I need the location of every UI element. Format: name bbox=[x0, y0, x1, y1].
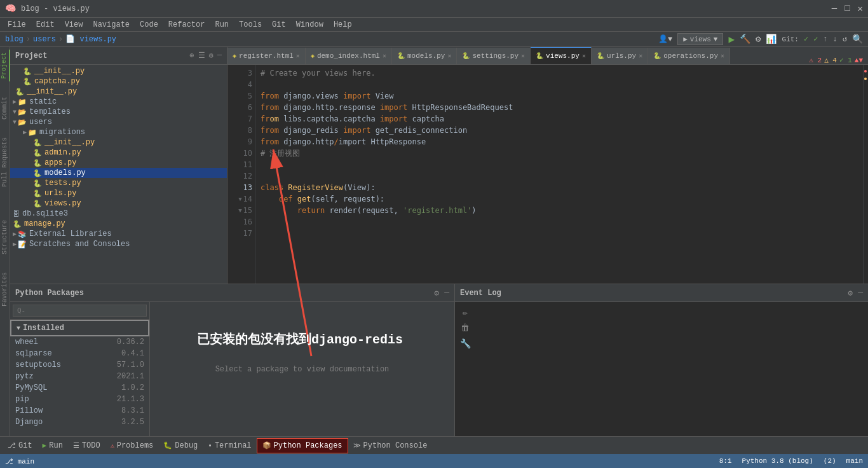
pkg-setuptools[interactable]: setuptools 57.1.0 bbox=[10, 359, 149, 371]
favorites-vtab[interactable]: Favorites bbox=[0, 270, 10, 309]
tab-close[interactable]: ✕ bbox=[721, 52, 724, 60]
tree-item-templates[interactable]: ▼ 📂 templates bbox=[10, 107, 227, 117]
coverage-btn[interactable]: 📊 bbox=[766, 34, 776, 45]
el-edit-icon[interactable]: ✏ bbox=[463, 307, 468, 318]
tab-models[interactable]: 🐍 models.py ✕ bbox=[392, 48, 457, 64]
pp-minimize-icon[interactable]: — bbox=[444, 288, 449, 298]
pkg-wheel[interactable]: wheel 0.36.2 bbox=[10, 336, 149, 348]
tree-item-migrations[interactable]: ▶ 📁 migrations bbox=[10, 127, 227, 137]
tree-item-init3[interactable]: 🐍 __init__.py bbox=[10, 137, 227, 148]
tree-item-ext-libs[interactable]: ▶ 📚 External Libraries bbox=[10, 229, 227, 239]
tree-item-static[interactable]: ▶ 📁 static bbox=[10, 97, 227, 107]
menu-git[interactable]: Git bbox=[267, 20, 291, 29]
pkg-pip[interactable]: pip 21.1.3 bbox=[10, 394, 149, 405]
tree-item-admin[interactable]: 🐍 admin.py bbox=[10, 148, 227, 158]
pp-title: Python Packages bbox=[15, 289, 84, 298]
git-check1[interactable]: ✓ bbox=[804, 34, 808, 44]
pp-settings-icon[interactable]: ⚙ bbox=[434, 288, 439, 298]
tab-settings[interactable]: 🐍 settings.py ✕ bbox=[457, 48, 531, 64]
sidebar-settings-icon[interactable]: ⚙ bbox=[209, 51, 214, 60]
menu-view[interactable]: View bbox=[60, 20, 88, 29]
tab-close[interactable]: ✕ bbox=[639, 52, 642, 60]
minimize-btn[interactable]: — bbox=[832, 3, 837, 14]
menu-refactor[interactable]: Refactor bbox=[163, 20, 210, 29]
breadcrumb-users[interactable]: users bbox=[33, 35, 56, 44]
code-content[interactable]: # Create your views here. from django.vi… bbox=[255, 65, 863, 284]
tab-views[interactable]: 🐍 views.py ✕ bbox=[531, 47, 592, 64]
tab-operations[interactable]: 🐍 operations.py ✕ bbox=[648, 48, 730, 64]
pkg-sqlparse[interactable]: sqlparse 0.4.1 bbox=[10, 348, 149, 359]
pp-installed-header[interactable]: ▼ Installed bbox=[10, 320, 149, 336]
run-btn[interactable]: ▶ bbox=[728, 33, 735, 46]
sidebar-close-icon[interactable]: — bbox=[217, 51, 222, 60]
structure-vtab[interactable]: Structure bbox=[0, 217, 10, 257]
el-wrench-icon[interactable]: 🔧 bbox=[460, 338, 471, 349]
tree-item-urls[interactable]: 🐍 urls.py bbox=[10, 188, 227, 198]
close-btn[interactable]: ✕ bbox=[858, 3, 863, 14]
pkg-pymysql[interactable]: PyMySQL 1.0.2 bbox=[10, 382, 149, 394]
btab-terminal[interactable]: ▪ Terminal bbox=[203, 439, 256, 453]
sidebar-expand-icon[interactable]: ☰ bbox=[198, 51, 205, 60]
debug-run-btn[interactable]: ⚙ bbox=[756, 34, 761, 45]
tree-item-init1[interactable]: 🐍 __init__.py bbox=[10, 66, 227, 76]
btab-todo[interactable]: ☰ TODO bbox=[68, 439, 105, 453]
tab-demo-index[interactable]: ◈ demo_index.html ✕ bbox=[306, 48, 392, 64]
tab-close[interactable]: ✕ bbox=[296, 52, 300, 60]
el-minimize-icon[interactable]: — bbox=[858, 288, 863, 298]
tree-item-manage[interactable]: 🐍 manage.py bbox=[10, 219, 227, 229]
tree-item-views[interactable]: 🐍 views.py bbox=[10, 198, 227, 209]
python-packages-panel: Python Packages ⚙ — ▼ Installed bbox=[10, 284, 455, 436]
menu-edit[interactable]: Edit bbox=[31, 20, 60, 29]
menu-help[interactable]: Help bbox=[329, 20, 357, 29]
tree-item-models[interactable]: 🐍 models.py bbox=[10, 168, 227, 178]
menu-code[interactable]: Code bbox=[135, 20, 163, 29]
menu-run[interactable]: Run bbox=[210, 20, 234, 29]
tree-item-tests[interactable]: 🐍 tests.py bbox=[10, 178, 227, 188]
project-vtab[interactable]: Project bbox=[0, 50, 10, 81]
el-settings-icon[interactable]: ⚙ bbox=[848, 288, 853, 298]
search-btn[interactable]: 🔍 bbox=[852, 34, 863, 45]
pkg-django[interactable]: Django 3.2.5 bbox=[10, 416, 149, 428]
git-refresh[interactable]: ↺ bbox=[843, 34, 847, 44]
git-down[interactable]: ↓ bbox=[833, 35, 837, 44]
pkg-pillow[interactable]: Pillow 8.3.1 bbox=[10, 405, 149, 416]
pull-requests-vtab[interactable]: Pull Requests bbox=[0, 135, 10, 189]
sidebar-collapse-icon[interactable]: ⊕ bbox=[189, 51, 194, 60]
menu-window[interactable]: Window bbox=[291, 20, 329, 29]
views-dropdown[interactable]: ▶ views ▼ bbox=[677, 33, 723, 45]
git-check2[interactable]: ✓ bbox=[813, 34, 818, 44]
menu-navigate[interactable]: Navigate bbox=[88, 20, 135, 29]
tree-item-captcha[interactable]: 🐍 captcha.py bbox=[10, 76, 227, 86]
btab-debug[interactable]: 🐛 Debug bbox=[158, 439, 203, 453]
tree-item-users[interactable]: ▼ 📂 users bbox=[10, 117, 227, 127]
tree-item-scratches[interactable]: ▶ 📝 Scratches and Consoles bbox=[10, 239, 227, 249]
btab-git[interactable]: ⎇ Git bbox=[3, 439, 37, 453]
tab-urls[interactable]: 🐍 urls.py ✕ bbox=[592, 48, 648, 64]
tree-item-db[interactable]: 🗄 db.sqlite3 bbox=[10, 209, 227, 219]
btab-run[interactable]: ▶ Run bbox=[37, 439, 68, 453]
menu-tools[interactable]: Tools bbox=[234, 20, 267, 29]
tab-close[interactable]: ✕ bbox=[521, 52, 525, 60]
code-line-12 bbox=[261, 170, 858, 182]
menu-file[interactable]: File bbox=[3, 20, 31, 29]
tree-item-apps[interactable]: 🐍 apps.py bbox=[10, 158, 227, 168]
btab-python-packages[interactable]: 📦 Python Packages bbox=[257, 438, 348, 453]
user-icon[interactable]: 👤▼ bbox=[658, 34, 672, 44]
pp-search-input[interactable] bbox=[13, 305, 147, 317]
commit-vtab[interactable]: Commit bbox=[0, 94, 10, 122]
build-btn[interactable]: 🔨 bbox=[740, 34, 750, 45]
tab-close[interactable]: ✕ bbox=[447, 52, 451, 60]
breadcrumb-file[interactable]: 📄 views.py bbox=[65, 34, 116, 44]
el-delete-icon[interactable]: 🗑 bbox=[461, 323, 470, 333]
btab-problems[interactable]: ⚠ Problems bbox=[105, 439, 159, 453]
tab-register[interactable]: ◈ register.html ✕ bbox=[227, 48, 306, 64]
tree-item-init2[interactable]: 🐍 __init__.py bbox=[10, 86, 227, 97]
btab-python-console[interactable]: ≫ Python Console bbox=[348, 439, 433, 453]
git-up[interactable]: ↑ bbox=[823, 35, 827, 44]
py-icon: 🐍 bbox=[23, 78, 32, 86]
tab-close[interactable]: ✕ bbox=[383, 52, 386, 60]
breadcrumb-blog[interactable]: blog bbox=[5, 35, 24, 44]
pkg-pytz[interactable]: pytz 2021.1 bbox=[10, 371, 149, 382]
maximize-btn[interactable]: □ bbox=[844, 3, 850, 14]
tab-close[interactable]: ✕ bbox=[582, 52, 586, 60]
